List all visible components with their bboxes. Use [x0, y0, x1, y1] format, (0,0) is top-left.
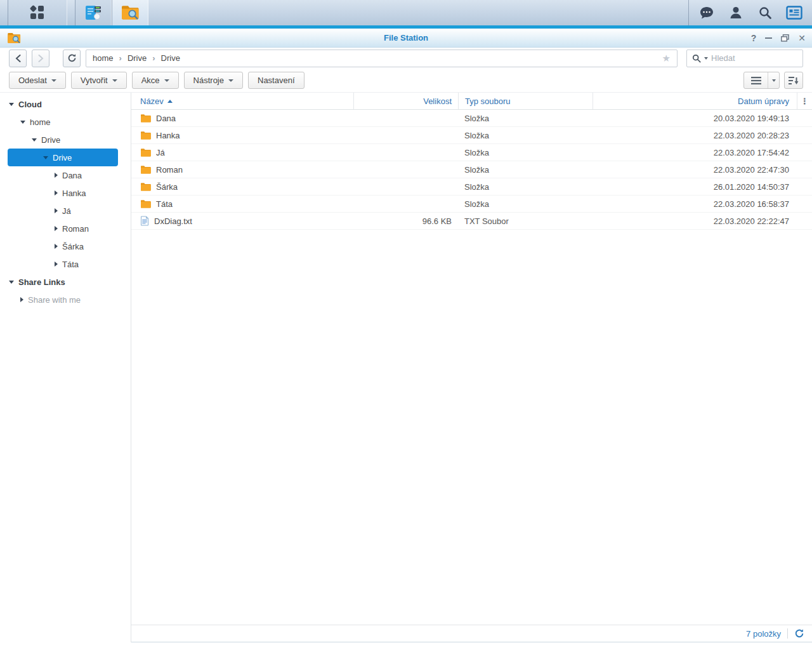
- column-header-size[interactable]: Velikost: [353, 93, 458, 109]
- file-list-panel: Název Velikost Typ souboru Datum úpravy …: [131, 93, 812, 642]
- folder-icon: [140, 148, 151, 157]
- sidebar-item-label: Drive: [53, 153, 72, 162]
- toolbar-button-odeslat[interactable]: Odeslat: [9, 72, 66, 89]
- toolbar-button-nástroje[interactable]: Nástroje: [184, 72, 243, 89]
- sidebar-item-dana[interactable]: Dana: [0, 166, 131, 184]
- toolbar-button-label: Odeslat: [18, 76, 47, 85]
- sidebar-item-cloud[interactable]: Cloud: [0, 95, 131, 113]
- breadcrumb-item[interactable]: Drive: [128, 53, 147, 63]
- table-row[interactable]: JáSložka22.03.2020 17:54:42: [131, 144, 812, 161]
- search-options-caret-icon[interactable]: [704, 57, 708, 60]
- refresh-button[interactable]: [63, 50, 81, 67]
- sidebar-item-label: Drive: [41, 135, 60, 145]
- column-header-modified[interactable]: Datum úpravy: [593, 93, 797, 109]
- table-header: Název Velikost Typ souboru Datum úpravy …: [131, 93, 812, 110]
- view-mode-button[interactable]: [743, 72, 780, 89]
- breadcrumb-item[interactable]: home: [93, 53, 114, 63]
- file-type: Složka: [458, 161, 593, 178]
- bookmark-star-icon[interactable]: ★: [662, 53, 671, 64]
- dropdown-caret-icon: [51, 79, 56, 82]
- file-type: Složka: [458, 196, 593, 212]
- breadcrumb-separator-icon: ›: [152, 53, 155, 63]
- sidebar-item-šárka[interactable]: Šárka: [0, 237, 131, 255]
- expand-arrow-icon[interactable]: [20, 297, 23, 302]
- search-input[interactable]: [711, 53, 781, 63]
- sidebar-item-share-links[interactable]: Share Links: [0, 273, 131, 291]
- list-view-icon[interactable]: [744, 72, 768, 88]
- collapse-arrow-icon[interactable]: [9, 103, 14, 106]
- sidebar-item-drive[interactable]: Drive: [8, 149, 118, 166]
- table-row[interactable]: ŠárkaSložka26.01.2020 14:50:37: [131, 178, 812, 196]
- column-options-button[interactable]: ⋮: [797, 93, 812, 109]
- row-spacer: [797, 213, 812, 229]
- sidebar-item-label: Hanka: [62, 189, 86, 198]
- sidebar-item-roman[interactable]: Roman: [0, 220, 131, 237]
- column-label: Typ souboru: [465, 96, 511, 106]
- search-box[interactable]: [686, 50, 803, 67]
- view-mode-caret-icon[interactable]: [768, 72, 779, 88]
- user-icon: [729, 6, 743, 20]
- navigation-bar: home›Drive›Drive ★: [0, 48, 812, 69]
- row-spacer: [797, 161, 812, 178]
- expand-arrow-icon[interactable]: [55, 173, 58, 178]
- table-row[interactable]: RomanSložka22.03.2020 22:47:30: [131, 161, 812, 178]
- status-refresh-button[interactable]: [794, 628, 804, 639]
- window-titlebar[interactable]: File Station ? ✕: [0, 29, 812, 48]
- folder-icon: [140, 199, 151, 208]
- column-header-name[interactable]: Název: [131, 93, 353, 109]
- collapse-arrow-icon[interactable]: [9, 281, 14, 284]
- sort-button[interactable]: [784, 72, 803, 89]
- user-options-button[interactable]: [723, 0, 749, 25]
- sidebar-item-drive[interactable]: Drive: [0, 131, 131, 149]
- help-button[interactable]: ?: [751, 34, 757, 43]
- sort-ascending-icon: [167, 100, 173, 103]
- column-header-type[interactable]: Typ souboru: [458, 93, 593, 109]
- sidebar-item-táta[interactable]: Táta: [0, 255, 131, 273]
- expand-arrow-icon[interactable]: [55, 262, 58, 267]
- minimize-button[interactable]: [765, 37, 772, 39]
- file-type: Složka: [458, 127, 593, 143]
- sort-icon: [789, 76, 799, 85]
- table-row[interactable]: HankaSložka22.03.2020 20:28:23: [131, 127, 812, 144]
- file-size: 96.6 KB: [353, 213, 458, 229]
- file-modified-date: 20.03.2020 19:49:13: [593, 110, 797, 126]
- file-name: Dana: [156, 114, 176, 123]
- expand-arrow-icon[interactable]: [55, 190, 58, 196]
- sidebar-item-home[interactable]: home: [0, 113, 131, 131]
- package-app-button[interactable]: [75, 0, 112, 25]
- collapse-arrow-icon[interactable]: [32, 138, 37, 142]
- collapse-arrow-icon[interactable]: [20, 121, 25, 124]
- sidebar-item-hanka[interactable]: Hanka: [0, 184, 131, 202]
- file-name: Šárka: [156, 182, 178, 192]
- widgets-button[interactable]: [782, 0, 807, 25]
- toolbar-button-nastavení[interactable]: Nastavení: [248, 72, 304, 89]
- expand-arrow-icon[interactable]: [55, 226, 58, 231]
- file-station-taskbar-button[interactable]: [112, 0, 148, 25]
- forward-button[interactable]: [32, 50, 49, 67]
- table-row[interactable]: TátaSložka22.03.2020 16:58:37: [131, 196, 812, 213]
- collapse-arrow-icon[interactable]: [43, 156, 48, 159]
- restore-button[interactable]: [781, 34, 789, 42]
- sidebar-item-já[interactable]: Já: [0, 202, 131, 220]
- breadcrumb-item[interactable]: Drive: [161, 53, 180, 63]
- sidebar-item-share-with-me[interactable]: Share with me: [0, 291, 131, 308]
- table-row[interactable]: DanaSložka20.03.2020 19:49:13: [131, 110, 812, 127]
- table-row[interactable]: DxDiag.txt96.6 KBTXT Soubor22.03.2020 22…: [131, 213, 812, 230]
- breadcrumb[interactable]: home›Drive›Drive ★: [86, 50, 678, 67]
- main-menu-button[interactable]: [8, 0, 67, 25]
- expand-arrow-icon[interactable]: [55, 244, 58, 249]
- toolbar-button-vytvořit[interactable]: Vytvořit: [71, 72, 127, 89]
- toolbar-button-akce[interactable]: Akce: [132, 72, 179, 89]
- toolbar-button-label: Nastavení: [258, 76, 295, 85]
- back-button[interactable]: [9, 50, 27, 67]
- close-button[interactable]: ✕: [798, 34, 806, 43]
- sidebar-item-label: Roman: [62, 224, 89, 234]
- chat-notifications-button[interactable]: [694, 0, 719, 25]
- sidebar-item-label: home: [30, 117, 51, 127]
- row-spacer: [797, 196, 812, 212]
- file-type: Složka: [458, 178, 593, 195]
- expand-arrow-icon[interactable]: [55, 208, 58, 213]
- package-app-icon: [84, 4, 103, 21]
- global-search-button[interactable]: [752, 0, 778, 25]
- taskbar-edge: [0, 0, 8, 25]
